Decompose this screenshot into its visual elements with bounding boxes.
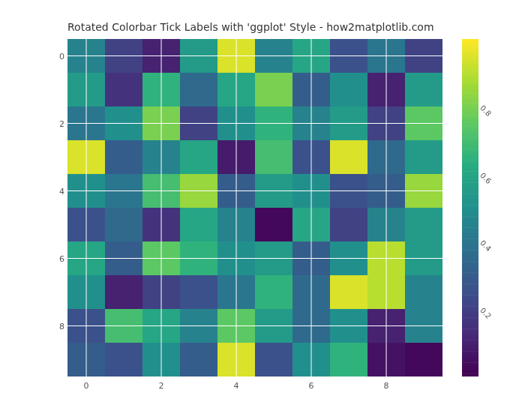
colorbar-segment xyxy=(462,278,478,281)
colorbar-segment xyxy=(462,244,478,248)
colorbar-segment xyxy=(462,171,478,174)
colorbar-segment xyxy=(462,317,478,320)
colorbar-segment xyxy=(462,62,478,64)
y-tick-label: 8 xyxy=(45,321,64,331)
heatmap-cell xyxy=(405,275,442,309)
colorbar-segment xyxy=(462,115,478,118)
colorbar-segment xyxy=(462,98,478,101)
y-tick-label: 0 xyxy=(45,51,64,61)
x-axis-ticks: 02468 xyxy=(68,378,442,393)
colorbar-segment xyxy=(462,315,478,318)
colorbar-segment xyxy=(462,214,478,217)
colorbar-segment xyxy=(462,194,478,196)
colorbar-segment xyxy=(462,84,478,87)
colorbar-segment xyxy=(462,346,478,349)
heatmap-cell xyxy=(330,275,368,309)
heatmap-cell xyxy=(105,140,142,174)
colorbar-segment xyxy=(462,227,478,230)
colorbar-segment xyxy=(462,177,478,180)
colorbar-segment xyxy=(462,284,478,286)
colorbar-segment xyxy=(462,362,478,365)
colorbar-segment xyxy=(462,323,478,326)
colorbar-segment xyxy=(462,205,478,208)
colorbar-segment xyxy=(462,180,478,183)
colorbar-segment xyxy=(462,304,478,307)
heatmap-cell xyxy=(180,73,218,106)
colorbar-segment xyxy=(462,351,478,354)
colorbar-segment xyxy=(462,298,478,301)
colorbar-segment xyxy=(462,121,478,124)
heatmap-cell xyxy=(180,140,218,174)
colorbar-segment xyxy=(462,270,478,273)
colorbar-segment xyxy=(462,42,478,45)
colorbar-segment xyxy=(462,219,478,222)
colorbar-segment xyxy=(462,253,478,256)
colorbar-segment xyxy=(462,163,478,166)
colorbar-segment xyxy=(462,242,478,244)
heatmap-cell xyxy=(330,140,368,174)
colorbar-segment xyxy=(462,56,478,59)
colorbar-segment xyxy=(462,222,478,225)
colorbar-segment xyxy=(462,182,478,185)
colorbar-segment xyxy=(462,343,478,346)
colorbar-segment xyxy=(462,90,478,93)
colorbar-segment xyxy=(462,118,478,121)
heatmap-cell xyxy=(255,275,292,309)
colorbar-segment xyxy=(462,158,478,160)
colorbar-segment xyxy=(462,267,478,270)
heatmap-cell xyxy=(405,140,442,174)
colorbar-segment xyxy=(462,264,478,267)
heatmap-cell xyxy=(105,275,142,309)
colorbar-segment xyxy=(462,357,478,360)
colorbar-segment xyxy=(462,185,478,188)
colorbar-ticks: 0.20.40.60.8 xyxy=(482,39,512,376)
colorbar-segment xyxy=(462,53,478,56)
colorbar-segment xyxy=(462,104,478,106)
colorbar-segment xyxy=(462,292,478,296)
x-tick-label: 6 xyxy=(309,381,314,391)
x-tick-label: 2 xyxy=(159,381,164,391)
y-axis-ticks: 02468 xyxy=(45,39,64,376)
colorbar-segment xyxy=(462,309,478,312)
colorbar-segment xyxy=(462,202,478,206)
heatmap-cell xyxy=(180,343,218,376)
colorbar-segment xyxy=(462,45,478,48)
colorbar-segment xyxy=(462,295,478,298)
colorbar-segment xyxy=(462,68,478,70)
colorbar-segment xyxy=(462,81,478,84)
colorbar-segment xyxy=(462,200,478,202)
colorbar-segment xyxy=(462,143,478,146)
heatmap-cell xyxy=(330,73,368,106)
colorbar-segment xyxy=(462,216,478,219)
colorbar-segment xyxy=(462,225,478,228)
colorbar-segment xyxy=(462,259,478,262)
heatmap-cell xyxy=(405,343,442,376)
colorbar-segment xyxy=(462,47,478,50)
colorbar-segment xyxy=(462,208,478,211)
colorbar-segment xyxy=(462,166,478,169)
colorbar-segment xyxy=(462,129,478,132)
heatmap-cell xyxy=(330,343,368,376)
colorbar-segment xyxy=(462,95,478,98)
colorbar-segment xyxy=(462,70,478,73)
y-tick-label: 4 xyxy=(45,186,64,196)
heatmap-cell xyxy=(405,73,442,106)
y-tick-label: 2 xyxy=(45,118,64,128)
colorbar-tick-label: 0.8 xyxy=(478,104,493,118)
colorbar-segment xyxy=(462,338,478,340)
colorbar-segment xyxy=(462,132,478,135)
colorbar-segment xyxy=(462,196,478,200)
colorbar-tick-label: 0.6 xyxy=(478,171,493,185)
colorbar-segment xyxy=(462,326,478,329)
colorbar-segment xyxy=(462,360,478,363)
colorbar-segment xyxy=(462,110,478,112)
colorbar-segment xyxy=(462,137,478,140)
colorbar-segment xyxy=(462,301,478,304)
heatmap-cell xyxy=(255,208,292,242)
colorbar-segment xyxy=(462,230,478,233)
heatmap-image xyxy=(68,39,442,376)
colorbar-segment xyxy=(462,349,478,352)
colorbar-segment xyxy=(462,272,478,275)
colorbar-segment xyxy=(462,261,478,264)
heatmap-cell xyxy=(180,208,218,242)
